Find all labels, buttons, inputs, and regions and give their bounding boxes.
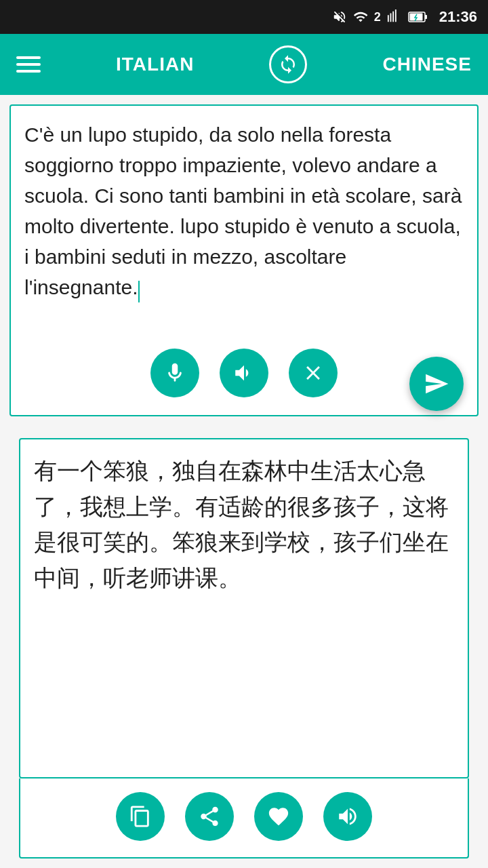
translate-button[interactable] xyxy=(409,357,464,411)
copy-icon xyxy=(129,805,152,828)
main-content: C'è un lupo stupido, da solo nella fores… xyxy=(0,95,488,868)
favorite-button[interactable] xyxy=(254,792,303,841)
mute-icon xyxy=(332,9,347,24)
nav-bar: ITALIAN CHINESE xyxy=(0,34,488,95)
swap-languages-button[interactable] xyxy=(269,45,307,83)
menu-button[interactable] xyxy=(16,56,41,73)
input-actions xyxy=(24,349,464,404)
menu-line-3 xyxy=(16,70,41,73)
menu-line-2 xyxy=(16,63,41,66)
speaker-input-button[interactable] xyxy=(220,349,268,397)
source-language-label: ITALIAN xyxy=(116,54,194,75)
share-icon xyxy=(198,805,221,828)
status-bar: 2 21:36 xyxy=(0,0,488,34)
wifi-icon xyxy=(352,9,369,24)
swap-icon xyxy=(278,54,298,75)
text-cursor xyxy=(138,281,140,302)
clear-icon xyxy=(302,361,325,384)
battery-icon xyxy=(408,10,428,24)
signal-icon xyxy=(386,9,403,24)
favorite-icon xyxy=(267,805,290,828)
speaker-input-icon xyxy=(232,361,256,384)
output-wrapper: 有一个笨狼，独自在森林中生活太心急了，我想上学。有适龄的很多孩子，这将是很可笑的… xyxy=(9,427,479,868)
output-text: 有一个笨狼，独自在森林中生活太心急了，我想上学。有适龄的很多孩子，这将是很可笑的… xyxy=(34,453,454,596)
output-section: 有一个笨狼，独自在森林中生活太心急了，我想上学。有适龄的很多孩子，这将是很可笑的… xyxy=(19,438,469,778)
input-text-content: C'è un lupo stupido, da solo nella fores… xyxy=(24,123,462,298)
clear-input-button[interactable] xyxy=(289,349,338,397)
svg-rect-2 xyxy=(425,15,427,19)
data-icon: 2 xyxy=(374,10,381,24)
target-language-label: CHINESE xyxy=(383,54,472,75)
input-text[interactable]: C'è un lupo stupido, da solo nella fores… xyxy=(24,119,464,336)
microphone-icon xyxy=(163,361,186,384)
bottom-actions xyxy=(19,778,469,859)
input-section: C'è un lupo stupido, da solo nella fores… xyxy=(9,104,479,416)
microphone-button[interactable] xyxy=(150,349,199,397)
copy-button[interactable] xyxy=(116,792,165,841)
share-button[interactable] xyxy=(185,792,234,841)
send-icon xyxy=(424,371,449,397)
time-display: 21:36 xyxy=(439,8,477,26)
speaker-output-icon xyxy=(336,805,359,828)
menu-line-1 xyxy=(16,56,41,59)
speaker-output-button[interactable] xyxy=(323,792,372,841)
status-icons: 2 21:36 xyxy=(332,8,477,26)
